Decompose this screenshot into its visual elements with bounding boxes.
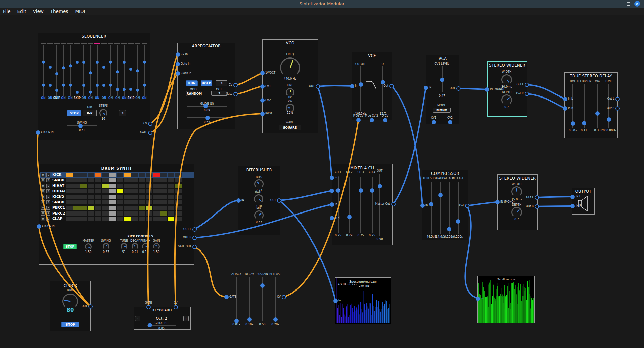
drum-cell-hihat-2[interactable]: [73, 184, 80, 188]
drum-solo-clap[interactable]: S: [46, 217, 50, 221]
maximize-button[interactable]: [626, 1, 631, 7]
drum-mute-clap[interactable]: M: [41, 217, 45, 221]
drum-cell-perc2-5[interactable]: [95, 211, 102, 216]
slider-comp-attack-handle[interactable]: [447, 227, 451, 231]
drum-cell-hihat-7[interactable]: [109, 184, 116, 188]
drum-cell-clap-4[interactable]: [88, 217, 94, 221]
drum-cell-snare-14[interactable]: [160, 178, 167, 183]
port-seq-cv[interactable]: [148, 122, 152, 126]
knob-seq-steps[interactable]: [99, 109, 107, 117]
drum-cell-hihat-11[interactable]: [139, 184, 145, 188]
seq-pitch-track-1[interactable]: [43, 45, 44, 96]
drum-cell-clap-8[interactable]: [117, 217, 124, 221]
slider-mixer-ch2-track[interactable]: [349, 177, 350, 233]
knob-bitcrusher-bits[interactable]: [254, 179, 264, 189]
port-widener2-out-l[interactable]: [535, 195, 539, 200]
drum-cell-kick2-16[interactable]: [175, 195, 182, 199]
seq-vel-handle-9[interactable]: [96, 84, 99, 87]
knob-drum-decay[interactable]: [132, 243, 138, 250]
port-arp-cv-in[interactable]: [176, 52, 180, 57]
drum-cell-snare-3[interactable]: [80, 178, 87, 183]
drum-cell-kick-3[interactable]: [80, 173, 87, 177]
drum-cell-kick-13[interactable]: [153, 173, 160, 177]
drum-cell-perc2-7[interactable]: [109, 211, 116, 216]
port-vco-pwm[interactable]: [260, 112, 265, 116]
port-delay-in-l[interactable]: [563, 97, 567, 101]
port-vco-fm2[interactable]: [260, 98, 265, 103]
slider-comp-ratio-track[interactable]: [440, 182, 441, 234]
drum-stop-button[interactable]: STOP: [63, 244, 77, 249]
sequencer-div-box[interactable]: 3: [119, 110, 126, 116]
drum-cell-kick2-5[interactable]: [95, 195, 102, 199]
drum-cell-clap-5[interactable]: [95, 217, 102, 221]
drum-cell-perc2-1[interactable]: [66, 211, 73, 216]
slider-mixer-out-handle[interactable]: [378, 184, 382, 188]
seq-pitch-handle-6[interactable]: [76, 61, 79, 64]
drum-cell-ohhat-16[interactable]: [175, 189, 182, 194]
seq-pitch-track-10[interactable]: [104, 45, 104, 96]
drum-cell-ohhat-4[interactable]: [88, 189, 94, 194]
port-keyboard-gate[interactable]: [146, 305, 151, 309]
port-drum-out-r[interactable]: [192, 236, 197, 240]
drum-cell-kick2-9[interactable]: [124, 195, 131, 199]
port-vco-fm1[interactable]: [260, 84, 265, 89]
drum-track-name-ohhat[interactable]: OHHAT: [52, 189, 66, 193]
drum-cell-ohhat-12[interactable]: [146, 189, 153, 194]
drum-cell-hihat-6[interactable]: [102, 184, 109, 188]
slider-vcf-q-track[interactable]: [382, 66, 383, 111]
drum-mute-kick[interactable]: M: [41, 173, 45, 177]
drum-cell-hihat-13[interactable]: [153, 184, 160, 188]
seq-step-state-9[interactable]: ON: [94, 96, 101, 100]
drum-cell-snare2-6[interactable]: [102, 200, 109, 205]
menu-item-file[interactable]: File: [0, 8, 14, 15]
seq-step-state-8[interactable]: ON: [87, 96, 94, 100]
drum-cell-perc2-13[interactable]: [153, 211, 160, 216]
slider-adsr-decay-handle[interactable]: [247, 317, 252, 322]
slider-delay-tone-track[interactable]: [608, 84, 609, 128]
knob-drum-punch[interactable]: [142, 243, 149, 250]
port-compressor-out[interactable]: [465, 204, 469, 208]
vca-mode-button[interactable]: MONO: [433, 108, 451, 113]
drum-mute-perc1[interactable]: M: [41, 206, 45, 210]
seq-vel-handle-11[interactable]: [109, 84, 112, 87]
drum-cell-snare-15[interactable]: [168, 178, 175, 183]
drum-solo-ohhat[interactable]: S: [46, 189, 50, 193]
drum-cell-clap-15[interactable]: [168, 217, 175, 221]
drum-cell-ohhat-15[interactable]: [168, 189, 175, 194]
drum-cell-snare2-14[interactable]: [160, 200, 167, 205]
drum-cell-perc1-4[interactable]: [88, 206, 94, 210]
drum-cell-snare-12[interactable]: [146, 178, 153, 183]
menu-item-midi[interactable]: MIDI: [72, 8, 88, 15]
port-vca-cv2[interactable]: [448, 120, 452, 124]
drum-cell-clap-14[interactable]: [160, 217, 167, 221]
drum-track-name-kick[interactable]: KICK: [52, 172, 62, 177]
slider-mixer-ch4-track[interactable]: [372, 177, 373, 233]
drum-cell-perc1-3[interactable]: [80, 206, 87, 210]
port-bitcrusher-out[interactable]: [277, 198, 281, 203]
slider-delay-time-handle[interactable]: [571, 121, 575, 126]
drum-cell-kick-16[interactable]: [175, 173, 182, 177]
drum-cell-kick2-3[interactable]: [80, 195, 87, 199]
drum-cell-ohhat-9[interactable]: [124, 189, 131, 194]
seq-pitch-track-11[interactable]: [110, 45, 111, 96]
seq-step-state-5[interactable]: ON: [66, 96, 74, 100]
port-output-in-l[interactable]: [570, 195, 575, 199]
drum-cell-clap-3[interactable]: [80, 217, 87, 221]
drum-cell-kick2-1[interactable]: [66, 195, 73, 199]
drum-cell-snare-7[interactable]: [109, 178, 116, 183]
drum-cell-clap-16[interactable]: [175, 217, 182, 221]
drum-cell-clap-9[interactable]: [124, 217, 131, 221]
drum-cell-snare2-8[interactable]: [117, 200, 124, 205]
port-vcf-freq-cv2[interactable]: [370, 118, 374, 122]
drum-cell-snare-8[interactable]: [117, 178, 124, 183]
seq-pitch-handle-1[interactable]: [42, 61, 45, 64]
seq-vel-handle-2[interactable]: [49, 84, 52, 87]
drum-solo-kick[interactable]: S: [46, 173, 50, 177]
port-arp-cv-out[interactable]: [233, 83, 238, 87]
port-arp-gate-in[interactable]: [176, 62, 180, 66]
drum-cell-clap-7[interactable]: [109, 217, 116, 221]
port-drum-clock-in[interactable]: [37, 224, 41, 229]
slider-seq-swing-handle[interactable]: [78, 124, 83, 128]
drum-track-name-kick2[interactable]: KICK2: [52, 195, 64, 199]
drum-cell-perc2-4[interactable]: [88, 211, 94, 216]
